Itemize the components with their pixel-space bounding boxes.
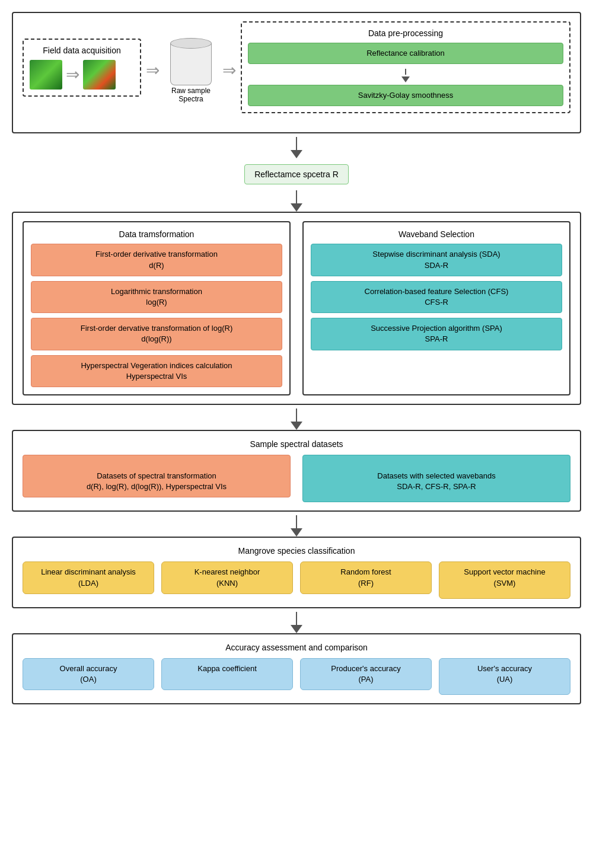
classif-method-1: K-nearest neighbor (KNN) — [161, 561, 293, 593]
cyl-top — [170, 38, 212, 49]
arrow-down-5 — [12, 612, 581, 633]
arrow-down-1 — [12, 137, 581, 158]
arrow-right-1: ⇒ — [66, 66, 79, 83]
accuracy-title: Accuracy assessment and comparison — [23, 643, 570, 652]
top-section: Field data acquisition ⇒ ⇒ Raw sampleSpe… — [23, 21, 570, 119]
two-col-layout: Data tramsformation First-order derivati… — [23, 221, 570, 395]
field-data-box: Field data acquisition ⇒ — [23, 39, 141, 97]
inner-arrow-head — [248, 76, 563, 82]
accuracy-metric-3: User's accuracy (UA) — [439, 658, 570, 695]
classif-method-0: Linear discriminant analysis (LDA) — [23, 561, 154, 593]
leaf-images: ⇒ — [30, 60, 134, 90]
classification-title: Mangrove species classification — [23, 546, 570, 556]
sample-datasets-outer: Sample spectral datasets Datasets of spe… — [12, 430, 581, 512]
dataset-left: Datasets of spectral transformation d(R)… — [23, 455, 291, 498]
raw-spectra-container: Raw sampleSpectra — [164, 38, 218, 103]
cyl-body — [170, 43, 212, 85]
accuracy-metric-0: Overall accuracy (OA) — [23, 658, 154, 690]
transform-item-1: Logarithmic transformation log(R) — [31, 281, 282, 313]
arrow-down-3 — [12, 409, 581, 430]
waveband-item-1: Correlation-based feature Selection (CFS… — [311, 281, 562, 313]
arrow-down-2 — [12, 190, 581, 212]
raw-spectra-label: Raw sampleSpectra — [164, 87, 218, 103]
preprocessing-box: Data pre-processing Reflectance calibrat… — [241, 21, 570, 113]
dataset-right: Datasets with selected wavebands SDA-R, … — [302, 455, 570, 503]
waveband-item-0: Stepwise discriminant analysis (SDA) SDA… — [311, 244, 562, 276]
transformation-box: Data tramsformation First-order derivati… — [23, 221, 291, 395]
classif-row: Linear discriminant analysis (LDA) K-nea… — [23, 561, 570, 598]
arrow-right-3: ⇒ — [222, 62, 236, 79]
waveband-box: Waveband Selection Stepwise discriminant… — [302, 221, 570, 395]
cylinder-shape — [170, 38, 212, 85]
transform-item-2: First-order dervative transformation of … — [31, 318, 282, 350]
top-outer-box: Field data acquisition ⇒ ⇒ Raw sampleSpe… — [12, 12, 581, 133]
arrow-right-2: ⇒ — [146, 62, 160, 79]
accuracy-outer: Accuracy assessment and comparison Overa… — [12, 633, 581, 704]
dataset-row: Datasets of spectral transformation d(R)… — [23, 455, 570, 503]
transform-waveband-outer: Data tramsformation First-order derivati… — [12, 212, 581, 405]
arrow-down-4 — [12, 515, 581, 537]
classif-method-2: Random forest (RF) — [300, 561, 432, 593]
accuracy-row: Overall accuracy (OA) Kappa coefficient … — [23, 658, 570, 695]
field-data-title: Field data acquisition — [30, 46, 134, 55]
leaf-image-2 — [83, 60, 116, 90]
waveband-item-2: Successive Projection algorithm (SPA) SP… — [311, 318, 562, 350]
waveband-title: Waveband Selection — [311, 229, 562, 239]
page: Field data acquisition ⇒ ⇒ Raw sampleSpe… — [12, 12, 581, 708]
transform-item-3: Hyperspectral Vegeration indices calcula… — [31, 355, 282, 387]
classif-method-3: Support vector machine (SVM) — [439, 561, 570, 598]
preprocessing-title: Data pre-processing — [248, 28, 563, 38]
reflectance-cal-box: Reflectance calibration — [248, 43, 563, 64]
savitzky-box: Savitzky-Golay smoothness — [248, 85, 563, 106]
classification-outer: Mangrove species classification Linear d… — [12, 537, 581, 608]
leaf-image-1 — [30, 60, 62, 90]
accuracy-metric-1: Kappa coefficient — [161, 658, 293, 690]
transformation-title: Data tramsformation — [31, 229, 282, 239]
reflectance-label: Reflectamce spcetra R — [244, 164, 349, 184]
inner-arrow — [248, 69, 563, 75]
transform-item-0: First-order derivative transformation d(… — [31, 244, 282, 276]
sample-datasets-title: Sample spectral datasets — [23, 439, 570, 449]
reflectance-label-wrap: Reflectamce spcetra R — [12, 164, 581, 184]
accuracy-metric-2: Producer's accuracy (PA) — [300, 658, 432, 690]
